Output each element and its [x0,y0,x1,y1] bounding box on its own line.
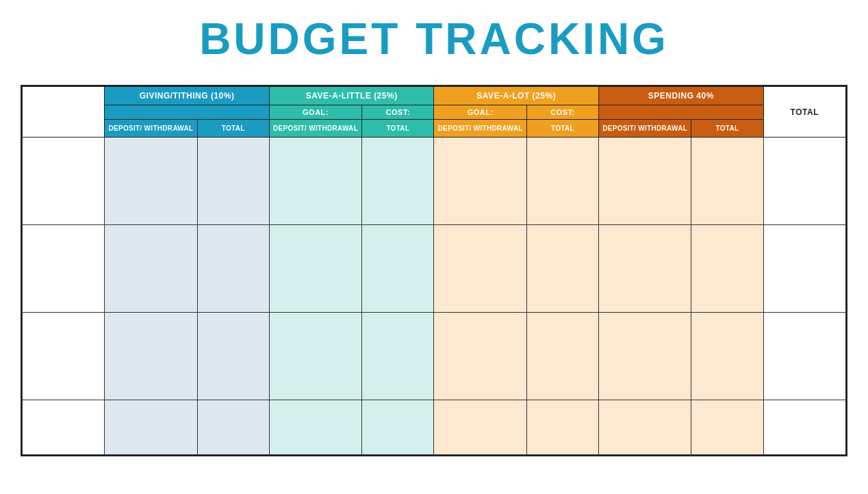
total-header: TOTAL [763,87,845,138]
grand-total-cell[interactable] [763,138,845,225]
giving-dep-cell[interactable] [105,313,197,400]
save-lot-goal: GOAL: [434,105,526,120]
giving-dep-cell[interactable] [105,400,197,455]
spending-total-cell[interactable] [691,225,763,313]
budget-table-wrapper: DATE GIVING/TITHING (10%) SAVE-A-LITTLE … [21,85,847,456]
table-body [23,138,846,455]
giving-total-header: TOTAL [197,120,269,138]
header-row-3: DEPOSIT/ WITHDRAWAL TOTAL DEPOSIT/ WITHD… [23,120,846,138]
save-lot-dep-cell[interactable] [434,400,526,455]
giving-header: GIVING/TITHING (10%) [105,87,270,105]
giving-spacer [105,105,270,120]
save-lot-total-header: TOTAL [526,120,598,138]
save-little-total-cell[interactable] [362,225,434,313]
save-lot-dep-header: DEPOSIT/ WITHDRAWAL [434,120,526,138]
save-little-dep-header: DEPOSIT/ WITHDRAWAL [269,120,361,138]
save-lot-header: SAVE-A-LOT (25%) [434,87,599,105]
spending-dep-cell[interactable] [599,400,691,455]
budget-table: DATE GIVING/TITHING (10%) SAVE-A-LITTLE … [22,86,846,455]
table-row [23,400,846,455]
save-lot-cost: COST: [526,105,598,120]
spending-total-cell[interactable] [691,400,763,455]
giving-dep-header: DEPOSIT/ WITHDRAWAL [105,120,197,138]
giving-total-cell[interactable] [197,225,269,313]
table-row [23,313,846,400]
table-row [23,225,846,313]
spending-dep-header: DEPOSIT/ WITHDRAWAL [599,120,691,138]
giving-dep-cell[interactable] [105,225,197,313]
save-little-dep-cell[interactable] [269,400,361,455]
save-little-total-cell[interactable] [362,313,434,400]
spending-dep-cell[interactable] [599,225,691,313]
spending-total-header: TOTAL [691,120,763,138]
save-lot-total-cell[interactable] [526,138,598,225]
header-row-1: DATE GIVING/TITHING (10%) SAVE-A-LITTLE … [23,87,846,105]
save-lot-total-cell[interactable] [526,313,598,400]
save-lot-dep-cell[interactable] [434,313,526,400]
giving-total-cell[interactable] [197,400,269,455]
save-lot-total-cell[interactable] [526,225,598,313]
save-lot-dep-cell[interactable] [434,138,526,225]
save-little-cost: COST: [362,105,434,120]
date-cell[interactable] [23,138,105,225]
spending-header: SPENDING 40% [599,87,764,105]
page-title: BUDGET TRACKING [21,14,847,64]
save-little-total-cell[interactable] [362,138,434,225]
date-cell[interactable] [23,313,105,400]
spending-dep-cell[interactable] [599,313,691,400]
save-little-goal: GOAL: [269,105,361,120]
save-little-dep-cell[interactable] [269,138,361,225]
spending-total-cell[interactable] [691,138,763,225]
header-row-2: GOAL: COST: GOAL: COST: [23,105,846,120]
spending-spacer [599,105,764,120]
save-little-header: SAVE-A-LITTLE (25%) [269,87,434,105]
date-cell[interactable] [23,400,105,455]
spending-total-cell[interactable] [691,313,763,400]
spending-dep-cell[interactable] [599,138,691,225]
table-row [23,138,846,225]
date-cell[interactable] [23,225,105,313]
save-lot-total-cell[interactable] [526,400,598,455]
save-little-total-cell[interactable] [362,400,434,455]
grand-total-cell[interactable] [763,225,845,313]
giving-dep-cell[interactable] [105,138,197,225]
save-little-dep-cell[interactable] [269,225,361,313]
save-little-dep-cell[interactable] [269,313,361,400]
grand-total-cell[interactable] [763,313,845,400]
date-header: DATE [23,87,105,138]
page-container: BUDGET TRACKING DATE GIVING/TITHING (10%… [0,0,868,494]
save-little-total-header: TOTAL [362,120,434,138]
giving-total-cell[interactable] [197,138,269,225]
giving-total-cell[interactable] [197,313,269,400]
grand-total-cell[interactable] [763,400,845,455]
save-lot-dep-cell[interactable] [434,225,526,313]
